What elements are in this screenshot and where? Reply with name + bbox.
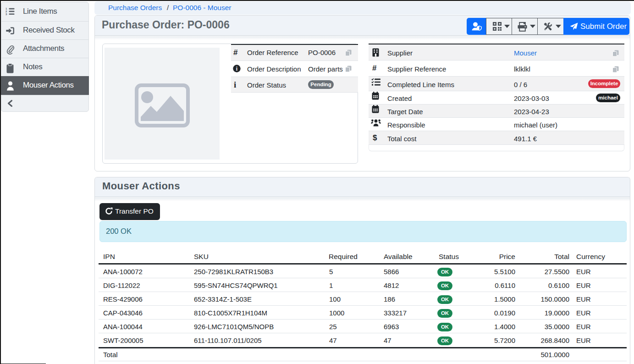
svg-text:3: 3 [6,13,7,16]
